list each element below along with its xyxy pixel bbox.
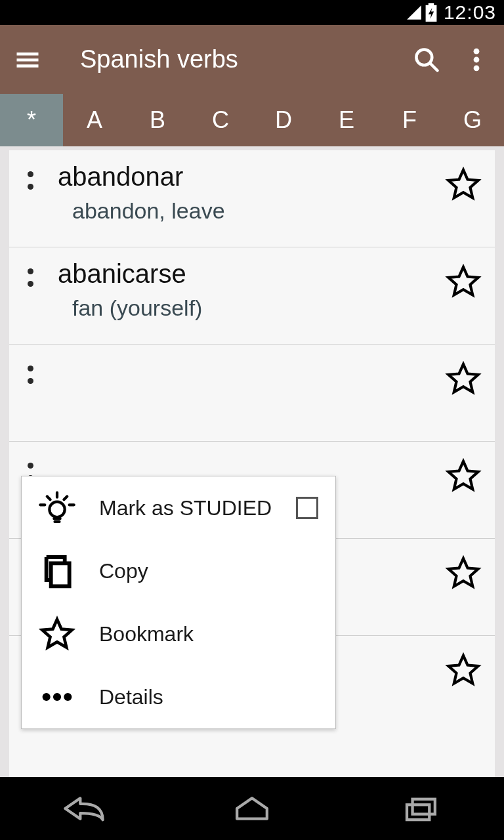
content-area: abandonar abandon, leave abanicarse fan … <box>0 146 504 777</box>
menu-mark-studied[interactable]: Mark as STUDIED <box>22 476 335 539</box>
svg-point-7 <box>474 65 480 71</box>
svg-rect-14 <box>51 563 70 586</box>
system-nav-bar <box>0 777 504 840</box>
tab-c[interactable]: C <box>189 94 252 146</box>
app-bar: Spanish verbs <box>0 25 504 94</box>
home-icon <box>232 795 272 822</box>
item-menu-button[interactable] <box>21 171 39 190</box>
star-outline-icon <box>445 360 482 397</box>
alpha-tabs: * A B C D E F G <box>0 94 504 146</box>
search-button[interactable] <box>411 44 442 75</box>
star-outline-icon <box>445 457 482 494</box>
back-icon <box>61 795 107 822</box>
item-menu-button[interactable] <box>21 366 39 384</box>
svg-point-17 <box>64 693 72 701</box>
hamburger-icon <box>13 45 42 74</box>
page-title: Spanish verbs <box>80 45 392 74</box>
tab-all[interactable]: * <box>0 94 63 146</box>
bookmark-toggle[interactable] <box>445 457 482 494</box>
tab-d[interactable]: D <box>252 94 315 146</box>
star-outline-icon <box>39 616 75 652</box>
context-menu: Mark as STUDIED Copy Bookmark Details <box>21 476 336 729</box>
overflow-button[interactable] <box>461 44 492 75</box>
studied-checkbox[interactable] <box>296 497 318 519</box>
svg-rect-19 <box>413 799 435 814</box>
status-time: 12:03 <box>444 1 496 24</box>
bookmark-toggle[interactable] <box>445 652 482 688</box>
svg-point-6 <box>474 56 480 62</box>
nav-recents-button[interactable] <box>381 789 459 828</box>
svg-rect-1 <box>429 3 434 6</box>
svg-line-4 <box>430 63 438 70</box>
menu-button[interactable] <box>12 44 43 75</box>
list-item[interactable]: abandonar abandon, leave <box>9 150 495 247</box>
battery-charging-icon <box>425 3 437 22</box>
tab-f[interactable]: F <box>378 94 441 146</box>
menu-copy[interactable]: Copy <box>22 539 335 602</box>
svg-rect-18 <box>407 805 429 820</box>
star-outline-icon <box>445 555 482 591</box>
menu-label: Mark as STUDIED <box>99 496 272 520</box>
bookmark-toggle[interactable] <box>445 166 482 203</box>
bookmark-toggle[interactable] <box>445 555 482 591</box>
more-horiz-icon <box>39 679 75 715</box>
svg-line-12 <box>47 497 51 500</box>
recents-icon <box>400 795 440 822</box>
list-item[interactable] <box>9 345 495 442</box>
nav-back-button[interactable] <box>45 789 123 828</box>
verb-gloss: fan (yourself) <box>72 295 437 321</box>
search-icon <box>412 45 441 74</box>
star-outline-icon <box>445 652 482 688</box>
svg-line-13 <box>64 497 68 500</box>
menu-label: Bookmark <box>99 622 318 646</box>
verb-word: abanicarse <box>58 259 437 289</box>
bookmark-toggle[interactable] <box>445 263 482 300</box>
status-bar: 12:03 <box>0 0 504 25</box>
tab-e[interactable]: E <box>315 94 378 146</box>
bookmark-toggle[interactable] <box>445 360 482 397</box>
tab-g[interactable]: G <box>441 94 504 146</box>
tab-b[interactable]: B <box>126 94 189 146</box>
svg-point-8 <box>49 502 64 517</box>
menu-label: Details <box>99 685 318 709</box>
verb-gloss: abandon, leave <box>72 198 437 224</box>
item-menu-button[interactable] <box>21 268 39 287</box>
list-item[interactable]: abanicarse fan (yourself) <box>9 247 495 345</box>
signal-icon <box>406 4 423 21</box>
copy-icon <box>39 553 75 589</box>
more-vert-icon <box>462 45 491 74</box>
svg-point-5 <box>474 48 480 54</box>
star-outline-icon <box>445 166 482 203</box>
nav-home-button[interactable] <box>213 789 291 828</box>
svg-point-15 <box>43 693 51 701</box>
star-outline-icon <box>445 263 482 300</box>
menu-label: Copy <box>99 559 318 583</box>
verb-word: abandonar <box>58 162 437 192</box>
lightbulb-icon <box>39 490 75 526</box>
svg-point-16 <box>53 693 61 701</box>
menu-bookmark[interactable]: Bookmark <box>22 602 335 665</box>
menu-details[interactable]: Details <box>22 665 335 728</box>
tab-a[interactable]: A <box>63 94 126 146</box>
